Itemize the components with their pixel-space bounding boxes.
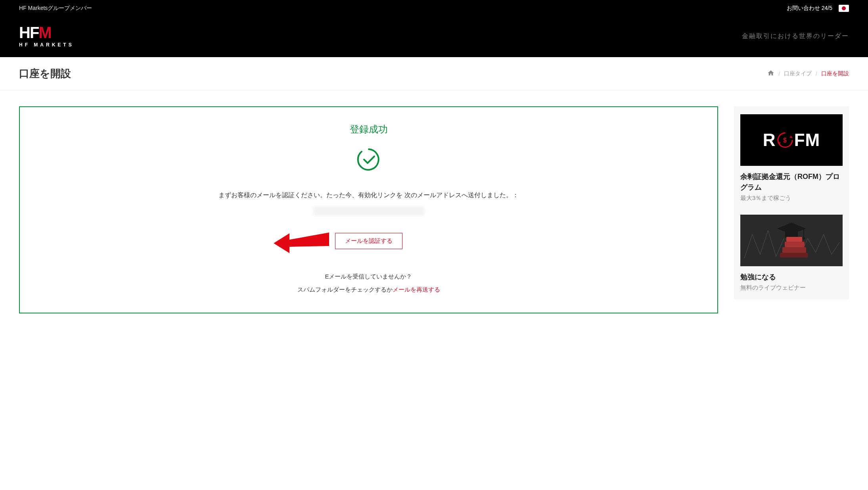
success-title: 登録成功 <box>36 123 701 136</box>
spam-check-text: スパムフォルダーをチェックするかメールを再送する <box>36 286 701 294</box>
svg-rect-7 <box>785 231 798 238</box>
content: 登録成功 まずお客様のメールを認証ください。たった今、有効化リンクを 次のメール… <box>0 90 868 329</box>
home-icon[interactable] <box>767 69 774 78</box>
logo-subtext: HF MARKETS <box>19 42 74 48</box>
books-icon <box>740 215 843 266</box>
check-icon <box>36 147 701 174</box>
verify-message: まずお客様のメールを認証ください。たった今、有効化リンクを 次のメールアドレスへ… <box>36 190 701 201</box>
not-received-text: Eメールを受信していませんか？ <box>36 273 701 281</box>
contact-text[interactable]: お問い合わせ 24/5 <box>787 5 832 12</box>
email-address-redacted <box>313 207 424 215</box>
header-tagline: 金融取引における世界のリーダー <box>742 32 849 40</box>
flag-japan-icon[interactable] <box>839 5 849 12</box>
resend-link[interactable]: メールを再送する <box>393 286 440 293</box>
topbar-right: お問い合わせ 24/5 <box>787 5 849 12</box>
breadcrumb-current: 口座を開設 <box>821 70 849 77</box>
group-member-text: HF Marketsグループメンバー <box>19 5 92 12</box>
page-title: 口座を開設 <box>19 67 71 81</box>
promo-webinar-image <box>740 215 843 266</box>
svg-rect-11 <box>782 247 806 253</box>
promo-rofm-image: R $ FM <box>740 114 843 166</box>
topbar: HF Marketsグループメンバー お問い合わせ 24/5 <box>0 0 868 17</box>
header: HFM HF MARKETS 金融取引における世界のリーダー <box>0 17 868 57</box>
promo-webinar-sub: 無料のライブウェビナー <box>740 284 843 292</box>
svg-rect-13 <box>786 237 802 242</box>
logo-main: HFM <box>19 25 74 40</box>
svg-marker-2 <box>789 136 793 138</box>
svg-point-9 <box>803 237 805 240</box>
title-row: 口座を開設 / 口座タイプ / 口座を開設 <box>0 57 868 90</box>
sidebar: R $ FM 余剰証拠金還元（ROFM）プログラム 最大3％まで稼ごう <box>734 106 849 300</box>
breadcrumb-account-type[interactable]: 口座タイプ <box>784 70 812 77</box>
svg-text:$: $ <box>783 137 787 144</box>
breadcrumb-sep: / <box>816 71 817 77</box>
breadcrumb: / 口座タイプ / 口座を開設 <box>767 69 849 78</box>
promo-rofm-title: 余剰証拠金還元（ROFM）プログラム <box>740 171 843 193</box>
svg-rect-12 <box>785 242 805 247</box>
spam-prefix: スパムフォルダーをチェックするか <box>297 286 393 293</box>
svg-rect-10 <box>780 253 808 257</box>
promo-webinar-title: 勉強になる <box>740 272 843 282</box>
rofm-logo: R $ FM <box>763 130 820 150</box>
success-panel: 登録成功 まずお客様のメールを認証ください。たった今、有効化リンクを 次のメール… <box>19 106 718 313</box>
verify-email-button[interactable]: メールを認証する <box>335 233 402 249</box>
promo-webinar[interactable]: 勉強になる 無料のライブウェビナー <box>740 215 843 292</box>
promo-rofm[interactable]: R $ FM 余剰証拠金還元（ROFM）プログラム 最大3％まで稼ごう <box>740 114 843 202</box>
breadcrumb-sep: / <box>778 71 780 77</box>
promo-rofm-sub: 最大3％まで稼ごう <box>740 194 843 202</box>
logo[interactable]: HFM HF MARKETS <box>19 25 74 48</box>
